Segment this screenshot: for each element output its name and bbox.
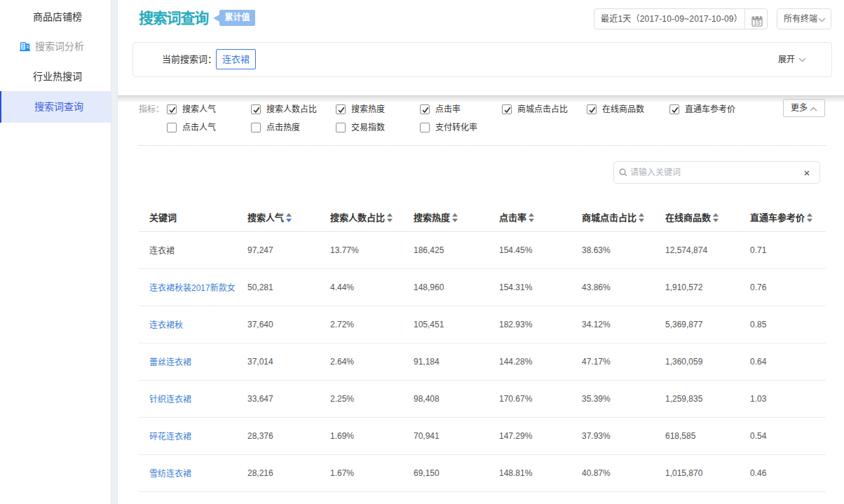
svg-text:15: 15: [754, 19, 761, 26]
